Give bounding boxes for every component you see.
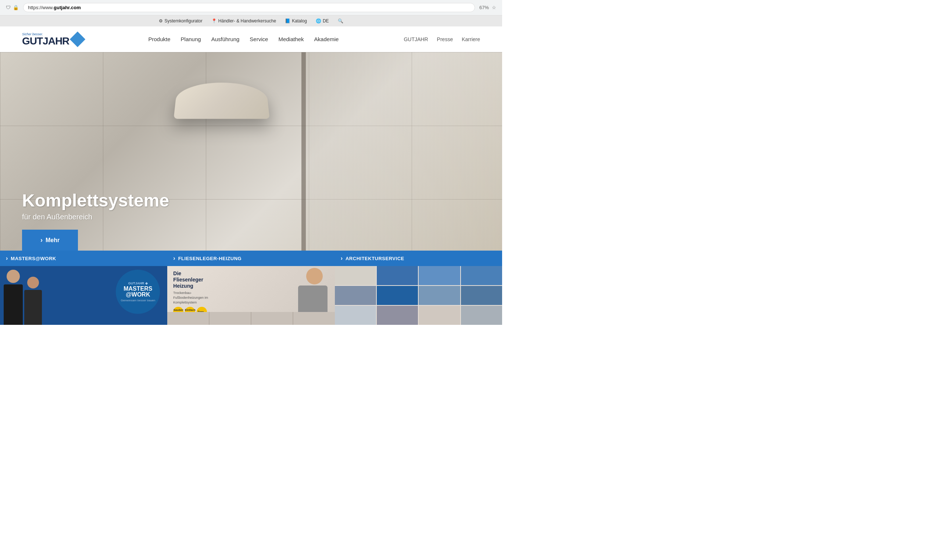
arrow-right-icon-3: › xyxy=(341,255,343,262)
utility-handler-search[interactable]: 📍 Händler- & Handwerkersuche xyxy=(211,18,276,23)
architektur-card-content xyxy=(335,266,502,325)
fliesen-title-2: Fliesenleger xyxy=(173,277,217,283)
browser-right-controls: 67% ☆ xyxy=(479,5,496,10)
hero-btn-label: Mehr xyxy=(46,237,60,244)
architektur-card-header: › ARCHITEKTURSERVICE xyxy=(335,251,502,266)
logo-main: GUTJAHR xyxy=(22,36,69,46)
nav-secondary: GUTJAHR Presse Karriere xyxy=(404,36,480,42)
heating-line xyxy=(251,312,293,325)
tile-5 xyxy=(335,286,376,305)
tile-10 xyxy=(377,306,418,325)
shield-icon: 🛡 xyxy=(6,5,11,10)
tile-9 xyxy=(335,306,376,325)
fliesen-description: Trockenbau-Fußbodenheizungen im Komplett… xyxy=(173,291,217,305)
tile-3 xyxy=(419,266,460,285)
tile-1 xyxy=(335,266,376,285)
tile-7 xyxy=(419,286,460,305)
fliesenleger-label: FLIESENLEGER-HEIZUNG xyxy=(178,256,242,261)
architektur-label: ARCHITEKTURSERVICE xyxy=(345,256,404,261)
promo-card-masters[interactable]: › MASTERS@WORK GUTJAHR ◆ MASTERS @WOR xyxy=(0,251,167,325)
hero-section: Komplettsysteme für den Außenbereich › M… xyxy=(0,52,502,251)
utility-language[interactable]: 🌐 DE xyxy=(316,18,329,23)
catalog-icon: 📘 xyxy=(285,18,290,23)
nav-service[interactable]: Service xyxy=(249,36,268,42)
globe-icon: 🌐 xyxy=(316,18,321,23)
masters-card-header: › MASTERS@WORK xyxy=(0,251,167,266)
fliesenleger-card-header: › FLIESENLEGER-HEIZUNG xyxy=(167,251,334,266)
heating-grid xyxy=(167,312,334,325)
chevron-right-icon: › xyxy=(40,236,43,244)
masters-label: MASTERS@WORK xyxy=(11,256,56,261)
heating-line xyxy=(209,312,251,325)
tile-6 xyxy=(377,286,418,305)
browser-security-icons: 🛡 🔒 xyxy=(6,5,19,10)
hero-text-area: Komplettsysteme für den Außenbereich xyxy=(22,191,169,221)
masters-logo-line1: MASTERS xyxy=(123,286,152,292)
people-illustration xyxy=(4,276,42,325)
chair-shape xyxy=(174,83,270,119)
logo-diamond-icon xyxy=(70,31,85,47)
search-icon: 🔍 xyxy=(338,18,343,23)
heating-line xyxy=(293,312,334,325)
hero-title: Komplettsysteme xyxy=(22,191,169,211)
fliesen-title-3: Heizung xyxy=(173,283,217,289)
tile-11 xyxy=(419,306,460,325)
arrow-right-icon-2: › xyxy=(173,255,175,262)
utility-katalog[interactable]: 📘 Katalog xyxy=(285,18,307,23)
hero-furniture xyxy=(176,82,286,148)
nav-produkte[interactable]: Produkte xyxy=(148,36,171,42)
nav-gutjahr[interactable]: GUTJAHR xyxy=(404,36,428,42)
nav-mediathek[interactable]: Mediathek xyxy=(278,36,303,42)
hero-more-button[interactable]: › Mehr xyxy=(22,230,78,251)
address-bar[interactable]: https://www.gutjahr.com xyxy=(23,3,475,12)
masters-card-content: GUTJAHR ◆ MASTERS @WORK Gemeinsam besser… xyxy=(0,266,167,325)
nav-akademie[interactable]: Akademie xyxy=(314,36,339,42)
masters-tagline: Gemeinsam besser bauen xyxy=(120,299,155,302)
tile-2 xyxy=(377,266,418,285)
location-icon: 📍 xyxy=(211,18,217,23)
door-frame xyxy=(302,52,502,251)
promo-card-architektur[interactable]: › ARCHITEKTURSERVICE xyxy=(335,251,502,325)
system-icon: ⚙ xyxy=(159,18,163,23)
promo-section: › MASTERS@WORK GUTJAHR ◆ MASTERS @WOR xyxy=(0,251,502,325)
tile-grid xyxy=(335,266,502,325)
utility-systemkonfigurator[interactable]: ⚙ Systemkonfigurator xyxy=(159,18,202,23)
logo-text: Sicher besser. GUTJAHR xyxy=(22,32,69,46)
hero-subtitle: für den Außenbereich xyxy=(22,213,169,221)
utility-search[interactable]: 🔍 xyxy=(338,18,343,23)
nav-ausfuhrung[interactable]: Ausführung xyxy=(211,36,240,42)
fliesenleger-card-content: Die Fliesenleger Heizung Trockenbau-Fußb… xyxy=(167,266,334,325)
logo-area[interactable]: Sicher besser. GUTJAHR xyxy=(22,32,83,46)
tile-12 xyxy=(461,306,502,325)
url-text: https://www.gutjahr.com xyxy=(28,5,81,10)
browser-chrome: 🛡 🔒 https://www.gutjahr.com 67% ☆ xyxy=(0,0,502,15)
zoom-level: 67% xyxy=(479,5,489,10)
masters-circle-logo: GUTJAHR ◆ MASTERS @WORK Gemeinsam besser… xyxy=(116,270,160,314)
worker-illustration xyxy=(298,268,331,317)
arrow-right-icon: › xyxy=(6,255,8,262)
lock-icon: 🔒 xyxy=(13,5,19,10)
utility-bar: ⚙ Systemkonfigurator 📍 Händler- & Handwe… xyxy=(0,15,502,26)
favorite-icon[interactable]: ☆ xyxy=(492,5,496,10)
promo-card-fliesenleger[interactable]: › FLIESENLEGER-HEIZUNG Die Fliesenleger … xyxy=(167,251,334,325)
tile-4 xyxy=(461,266,502,285)
heating-line xyxy=(167,312,209,325)
tile-8 xyxy=(461,286,502,305)
fliesen-text-block: Die Fliesenleger Heizung Trockenbau-Fußb… xyxy=(173,271,217,317)
nav-karriere[interactable]: Karriere xyxy=(462,36,480,42)
nav-primary: Produkte Planung Ausführung Service Medi… xyxy=(148,36,339,42)
nav-presse[interactable]: Presse xyxy=(437,36,453,42)
nav-planung[interactable]: Planung xyxy=(181,36,201,42)
masters-logo-line2: @WORK xyxy=(126,292,150,298)
main-navigation: Sicher besser. GUTJAHR Produkte Planung … xyxy=(0,26,502,52)
fliesen-title-1: Die xyxy=(173,271,217,277)
worker-head xyxy=(306,268,323,285)
